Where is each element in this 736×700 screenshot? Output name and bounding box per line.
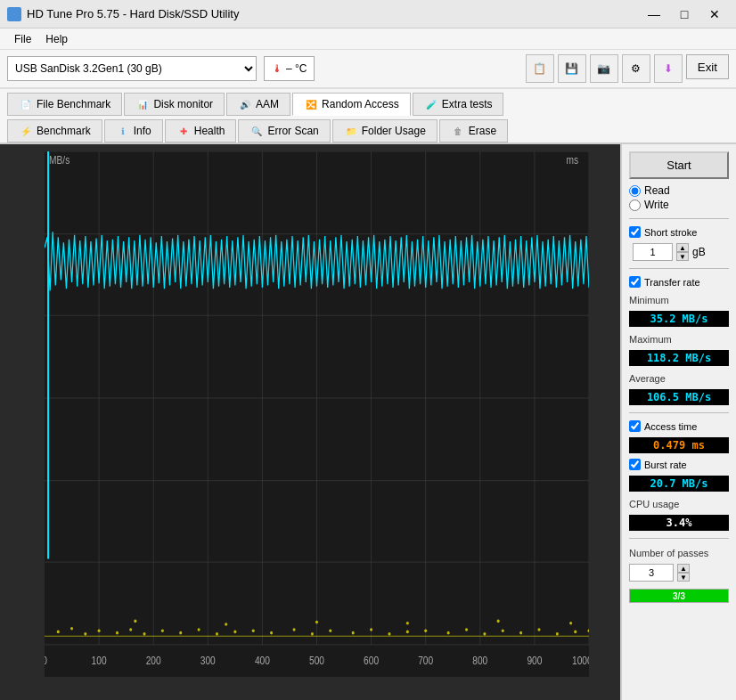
window-title: HD Tune Pro 5.75 - Hard Disk/SSD Utility: [27, 7, 239, 20]
passes-down[interactable]: ▼: [677, 573, 690, 582]
access-time-checkbox[interactable]: [629, 420, 641, 432]
close-button[interactable]: ✕: [700, 4, 729, 25]
write-label: Write: [644, 199, 669, 211]
device-select[interactable]: USB SanDisk 3.2Gen1 (30 gB): [7, 56, 257, 81]
svg-point-46: [70, 627, 73, 631]
health-icon: ✚: [176, 124, 191, 138]
progress-label: 3/3: [673, 591, 685, 601]
short-stroke-input[interactable]: [633, 243, 673, 261]
folder-usage-icon: 📁: [344, 124, 358, 138]
short-stroke-checkbox[interactable]: [629, 226, 641, 238]
tab-info[interactable]: ℹ Info: [104, 119, 163, 142]
tab-erase[interactable]: 🗑 Erase: [439, 119, 508, 142]
svg-point-77: [225, 623, 227, 626]
svg-point-65: [406, 631, 409, 634]
short-stroke-checkbox-label[interactable]: Short stroke: [629, 226, 729, 238]
tab-error-scan-label: Error Scan: [267, 125, 318, 137]
tab-extra-tests[interactable]: 🧪 Extra tests: [413, 93, 504, 116]
erase-icon: 🗑: [451, 124, 465, 138]
cpu-usage-label: CPU usage: [629, 499, 729, 509]
short-stroke-spinner: ▲ ▼: [676, 243, 689, 261]
short-stroke-unit: gB: [692, 246, 706, 258]
tab-erase-label: Erase: [469, 125, 496, 137]
tab-random-access-label: Random Access: [322, 98, 399, 110]
temperature-value: – °C: [286, 62, 307, 75]
svg-point-64: [388, 632, 390, 636]
burst-rate-checkbox[interactable]: [629, 459, 641, 470]
download-icon[interactable]: ⬇: [654, 54, 683, 83]
svg-point-50: [129, 628, 132, 631]
tab-info-label: Info: [134, 125, 151, 137]
tab-disk-monitor-label: Disk monitor: [153, 98, 213, 110]
menu-help[interactable]: Help: [38, 31, 75, 47]
svg-point-80: [497, 620, 500, 623]
svg-point-47: [84, 632, 86, 636]
svg-point-76: [134, 620, 136, 623]
tab-aam-label: AAM: [256, 98, 279, 110]
transfer-rate-checkbox[interactable]: [629, 276, 641, 288]
short-stroke-down[interactable]: ▼: [676, 252, 689, 261]
read-label: Read: [644, 184, 670, 197]
svg-point-57: [252, 629, 255, 632]
chart-area: 0 25 50 75 100 125 150 1.00 2.00 3.00 4.…: [0, 144, 620, 700]
svg-text:MB/s: MB/s: [49, 155, 70, 167]
save-icon[interactable]: 💾: [558, 54, 586, 83]
passes-spinner-row: ▲ ▼: [629, 564, 729, 582]
progress-bar-container: 3/3: [629, 589, 729, 603]
svg-point-51: [143, 632, 145, 636]
tab-benchmark[interactable]: ⚡ Benchmark: [7, 119, 102, 142]
svg-point-74: [574, 631, 577, 634]
write-radio-label[interactable]: Write: [629, 199, 729, 211]
short-stroke-label: Short stroke: [644, 227, 697, 238]
read-radio-label[interactable]: Read: [629, 184, 729, 197]
title-bar: HD Tune Pro 5.75 - Hard Disk/SSD Utility…: [0, 0, 736, 28]
read-radio[interactable]: [629, 185, 641, 197]
svg-text:300: 300: [200, 655, 216, 666]
tab-error-scan[interactable]: 🔍 Error Scan: [238, 119, 330, 142]
menu-file[interactable]: File: [7, 31, 38, 47]
settings-icon[interactable]: ⚙: [622, 54, 650, 83]
write-radio[interactable]: [629, 199, 641, 211]
minimize-button[interactable]: —: [640, 4, 668, 25]
burst-rate-label: Burst rate: [644, 460, 687, 470]
passes-input[interactable]: [629, 564, 674, 582]
maximize-button[interactable]: □: [670, 4, 699, 25]
tab-aam[interactable]: 🔊 AAM: [226, 93, 290, 116]
access-time-label: Access time: [644, 421, 697, 432]
tab-random-access[interactable]: 🔀 Random Access: [292, 93, 411, 116]
title-bar-left: HD Tune Pro 5.75 - Hard Disk/SSD Utility: [7, 7, 239, 21]
temperature-display: 🌡 – °C: [264, 56, 315, 81]
exit-button[interactable]: Exit: [686, 54, 729, 79]
tab-extra-tests-label: Extra tests: [442, 98, 493, 110]
start-button[interactable]: Start: [629, 151, 729, 179]
tab-health[interactable]: ✚ Health: [165, 119, 237, 142]
tab-folder-usage[interactable]: 📁 Folder Usage: [332, 119, 438, 142]
tab-health-label: Health: [194, 125, 225, 137]
svg-text:0: 0: [45, 655, 47, 666]
tab-file-benchmark-label: File Benchmark: [37, 98, 110, 110]
tab-disk-monitor[interactable]: 📊 Disk monitor: [124, 93, 225, 116]
main-content: 0 25 50 75 100 125 150 1.00 2.00 3.00 4.…: [0, 144, 736, 700]
svg-text:800: 800: [472, 655, 487, 666]
benchmark-icon: ⚡: [19, 124, 33, 138]
svg-point-56: [233, 631, 236, 634]
passes-up[interactable]: ▲: [677, 564, 690, 573]
access-time-value: 0.479 ms: [629, 437, 729, 453]
passes-label: Number of passes: [629, 548, 729, 558]
camera-icon[interactable]: 📷: [590, 54, 618, 83]
right-panel: Start Read Write Short stroke ▲ ▼ gB: [620, 144, 736, 700]
tab-benchmark-label: Benchmark: [37, 125, 91, 137]
short-stroke-up[interactable]: ▲: [676, 243, 689, 252]
divider-1: [629, 218, 729, 219]
burst-rate-checkbox-label[interactable]: Burst rate: [629, 459, 729, 470]
disk-monitor-icon: 📊: [135, 97, 150, 111]
svg-text:900: 900: [527, 655, 542, 666]
access-time-checkbox-label[interactable]: Access time: [629, 420, 729, 432]
minimum-label: Minimum: [629, 295, 729, 305]
transfer-rate-checkbox-label[interactable]: Transfer rate: [629, 276, 729, 288]
copy-icon[interactable]: 📋: [526, 54, 554, 83]
svg-text:600: 600: [364, 655, 379, 666]
svg-point-45: [57, 631, 60, 634]
tab-file-benchmark[interactable]: 📄 File Benchmark: [7, 93, 122, 116]
average-label: Average: [629, 373, 729, 384]
